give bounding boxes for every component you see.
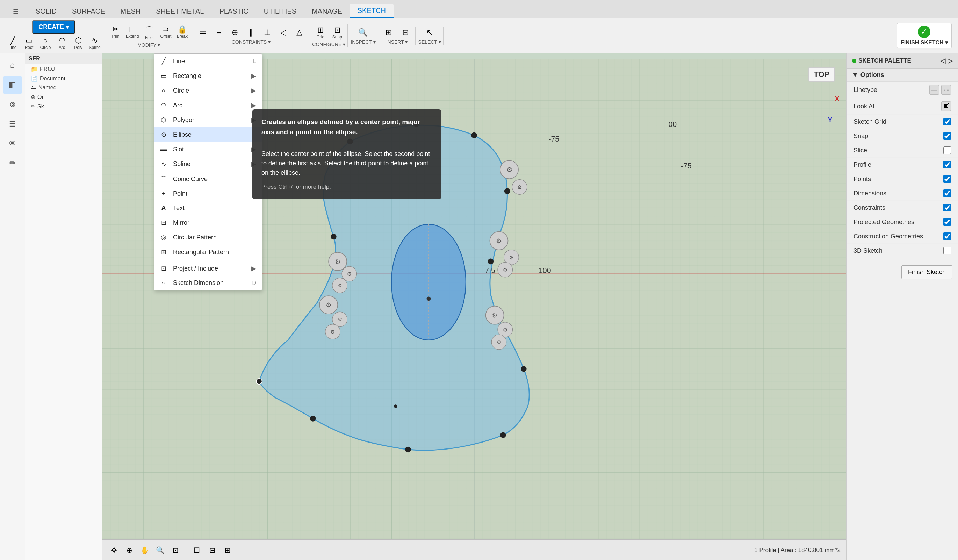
offset-tool[interactable]: ⊃Offset bbox=[158, 24, 173, 41]
coincident-constraint[interactable]: ⊕ bbox=[227, 27, 243, 38]
menu-item-spline[interactable]: ∿ Spline ▶ bbox=[154, 157, 262, 171]
menu-item-polygon[interactable]: ⬡ Polygon ▶ bbox=[154, 113, 262, 127]
nav-cube[interactable]: TOP bbox=[804, 60, 839, 89]
configure-label[interactable]: CONFIGURE ▾ bbox=[312, 41, 345, 47]
constraints-checkbox[interactable] bbox=[943, 204, 951, 211]
finish-sketch-palette-button[interactable]: Finish Sketch bbox=[901, 265, 952, 279]
vertical-constraint[interactable]: ≡ bbox=[211, 27, 227, 38]
rect-arrow: ▶ bbox=[251, 72, 256, 80]
trim-tool[interactable]: ✂Trim bbox=[108, 24, 123, 41]
tab-manage[interactable]: MANAGE bbox=[304, 5, 350, 18]
menu-item-conic[interactable]: ⌒ Conic Curve bbox=[154, 171, 262, 187]
tab-mesh[interactable]: MESH bbox=[113, 5, 149, 18]
rect-tool[interactable]: ▭Rect bbox=[21, 35, 37, 51]
arc-tool[interactable]: ◠Arc bbox=[54, 35, 70, 51]
modify-label[interactable]: MODIFY ▾ bbox=[137, 42, 160, 48]
perpendicular-constraint[interactable]: ⊥ bbox=[259, 27, 275, 38]
sidebar-browser[interactable]: ☰ bbox=[3, 115, 22, 133]
tab-sketch[interactable]: SKETCH bbox=[350, 4, 393, 18]
menu-item-point[interactable]: + Point bbox=[154, 187, 262, 201]
panel-item-sk[interactable]: ✏ Sk bbox=[25, 102, 102, 111]
menu-item-text[interactable]: A Text bbox=[154, 201, 262, 215]
menu-item-rect-pattern[interactable]: ⊞ Rectangular Pattern bbox=[154, 245, 262, 259]
display-mode-btn3[interactable]: ⊞ bbox=[221, 544, 234, 557]
project-arrow: ▶ bbox=[251, 265, 256, 272]
tab-utilities[interactable]: UTILITIES bbox=[256, 5, 304, 18]
finish-sketch-button[interactable]: ✓ FINISH SKETCH ▾ bbox=[897, 23, 952, 48]
mirror-tool[interactable]: 🔒Break bbox=[174, 24, 190, 41]
spline-tool[interactable]: ∿Spline bbox=[87, 35, 102, 51]
panel-item-or[interactable]: ⊕ Or bbox=[25, 92, 102, 102]
menu-item-arc[interactable]: ◠ Arc ▶ bbox=[154, 98, 262, 113]
tangent-constraint[interactable]: ◁ bbox=[275, 27, 291, 38]
profile-checkbox[interactable] bbox=[943, 161, 951, 168]
3d-sketch-checkbox[interactable] bbox=[943, 247, 951, 254]
linetype-btn2[interactable]: - - bbox=[941, 85, 951, 95]
palette-expand-right[interactable]: ▷ bbox=[947, 57, 952, 65]
tab-solid[interactable]: SOLID bbox=[28, 5, 64, 18]
triangle-constraint[interactable]: △ bbox=[292, 27, 307, 38]
tab-surface[interactable]: SURFACE bbox=[64, 5, 113, 18]
sketch-grid-checkbox[interactable] bbox=[943, 118, 951, 125]
construction-checkbox[interactable] bbox=[943, 232, 951, 240]
insert-btn[interactable]: ⊞ bbox=[381, 27, 397, 38]
menu-item-circle[interactable]: ○ Circle ▶ bbox=[154, 83, 262, 98]
menu-item-ellipse[interactable]: ⊙ Ellipse ⋮ bbox=[154, 127, 262, 142]
points-checkbox[interactable] bbox=[943, 175, 951, 183]
lookat-btn[interactable]: 🖼 bbox=[941, 102, 951, 111]
select-label[interactable]: SELECT ▾ bbox=[418, 39, 441, 45]
line-tool[interactable]: ╱Line bbox=[5, 35, 20, 51]
snap-checkbox[interactable] bbox=[943, 132, 951, 140]
panel-item-proj[interactable]: 📁 PROJ bbox=[25, 64, 102, 74]
snap-settings[interactable]: ⊡Snap bbox=[330, 24, 345, 41]
sidebar-visibility[interactable]: 👁 bbox=[3, 135, 22, 153]
linetype-btn1[interactable]: — bbox=[929, 85, 939, 95]
panel-item-document[interactable]: 📄 Document bbox=[25, 74, 102, 83]
insert2-btn[interactable]: ⊟ bbox=[398, 27, 413, 38]
menu-item-slot[interactable]: ▬ Slot ▶ bbox=[154, 142, 262, 157]
finish-sketch-label: FINISH SKETCH ▾ bbox=[901, 39, 948, 46]
parallel-constraint[interactable]: ∥ bbox=[243, 27, 259, 38]
menu-item-sketch-dimension[interactable]: ↔ Sketch Dimension D bbox=[154, 276, 262, 290]
inspect-btn[interactable]: 🔍 bbox=[355, 27, 371, 38]
projected-checkbox[interactable] bbox=[943, 218, 951, 226]
options-section[interactable]: ▼ Options bbox=[847, 68, 958, 82]
constraints-label[interactable]: CONSTRAINTS ▾ bbox=[232, 39, 271, 45]
display-mode-btn[interactable]: ☐ bbox=[190, 544, 203, 557]
horizontal-constraint[interactable]: ═ bbox=[195, 27, 210, 38]
pan-tool-btn[interactable]: ✥ bbox=[108, 544, 120, 557]
panel-item-named[interactable]: 🏷 Named bbox=[25, 83, 102, 92]
sidebar-sketch[interactable]: ✏ bbox=[3, 154, 22, 172]
orbit-tool-btn[interactable]: ⊕ bbox=[123, 544, 136, 557]
extend-tool[interactable]: ⊢Extend bbox=[124, 24, 141, 41]
menu-item-circular-pattern[interactable]: ◎ Circular Pattern bbox=[154, 230, 262, 245]
canvas-area[interactable]: ⚙ ⚙ ⚙ ⚙ ⚙ ⚙ bbox=[102, 54, 846, 560]
select-btn[interactable]: ↖ bbox=[422, 27, 437, 38]
nav-cube-label[interactable]: TOP bbox=[809, 67, 835, 82]
zoom-tool-btn[interactable]: 🔍 bbox=[154, 544, 167, 557]
menu-item-mirror[interactable]: ⊟ Mirror bbox=[154, 215, 262, 230]
zoom-fit-btn[interactable]: ⊡ bbox=[169, 544, 182, 557]
menu-item-line[interactable]: ╱ Line L bbox=[154, 54, 262, 68]
insert-label[interactable]: INSERT ▾ bbox=[386, 39, 408, 45]
tab-plastic[interactable]: PLASTIC bbox=[211, 5, 256, 18]
menu-item-project-include[interactable]: ⊡ Project / Include ▶ bbox=[154, 261, 262, 276]
create-button[interactable]: CREATE ▾ bbox=[32, 20, 75, 33]
sidebar-timeline[interactable]: ⊚ bbox=[3, 95, 22, 114]
sidebar-model[interactable]: ◧ bbox=[3, 76, 22, 94]
circle-icon: ○ bbox=[160, 87, 167, 94]
menu-item-rectangle[interactable]: ▭ Rectangle ▶ bbox=[154, 68, 262, 83]
inspect-label[interactable]: INSPECT ▾ bbox=[351, 39, 375, 45]
fillet-tool[interactable]: ⌒Fillet bbox=[141, 24, 157, 41]
display-mode-btn2[interactable]: ⊟ bbox=[206, 544, 219, 557]
hand-tool-btn[interactable]: ✋ bbox=[138, 544, 151, 557]
tab-sheet-metal[interactable]: SHEET METAL bbox=[148, 5, 211, 18]
circle-tool[interactable]: ○Circle bbox=[38, 35, 53, 51]
dimensions-checkbox[interactable] bbox=[943, 189, 951, 197]
grid-settings[interactable]: ⊞Grid bbox=[313, 24, 328, 41]
sidebar-home[interactable]: ⌂ bbox=[3, 56, 22, 75]
app-menu[interactable]: ☰ bbox=[3, 5, 28, 18]
palette-expand-left[interactable]: ◁ bbox=[941, 57, 945, 65]
slice-checkbox[interactable] bbox=[943, 146, 951, 154]
polygon-tool[interactable]: ⬡Poly bbox=[71, 35, 86, 51]
